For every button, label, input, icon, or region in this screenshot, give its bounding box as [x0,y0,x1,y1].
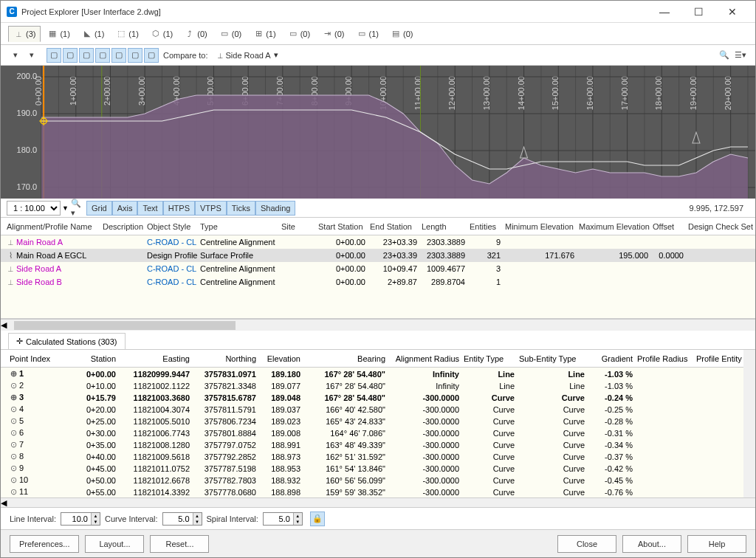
col-header[interactable]: Station [72,354,120,363]
spiral-interval-input[interactable]: ▲▼ [263,512,303,526]
toggle-axis[interactable]: Axis [112,201,138,216]
category-tab-0[interactable]: ⟂(3) [8,26,41,42]
toggle-text[interactable]: Text [137,201,162,216]
station-row[interactable]: ⊙4 0+20.0011821004.3074 3757811.5791189.… [1,403,743,415]
alignment-row[interactable]: ⟂Side Road B C-ROAD - CL Centreline Alig… [1,275,755,289]
dialog-buttons: Preferences... Layout... Reset... Close … [1,529,755,557]
stations-hscroll[interactable]: ◀ [1,497,755,507]
alignment-row[interactable]: ⟂Main Road A C-ROAD - CL Centreline Alig… [1,235,755,249]
col-header[interactable]: Alignment/Profile Name [7,222,103,231]
dropdown-1[interactable]: ▾ [8,48,23,63]
toggle-vtps[interactable]: VTPS [195,201,227,216]
category-tab-9[interactable]: ⇥(0) [317,26,349,42]
line-interval-input[interactable]: ▲▼ [61,512,100,526]
toggle-ticks[interactable]: Ticks [227,201,255,216]
close-dialog-button[interactable]: Close [557,535,616,553]
profile-toolbar: ▾ ▾ ▢ ▢ ▢ ▢ ▢ ▢ ▢ Compare to: ⟂ Side Roa… [1,45,755,66]
col-header[interactable]: Minimum Elevation [505,222,579,231]
station-row[interactable]: ⊕1 0+00.0011820999.9447 3757831.0971189.… [1,368,743,379]
col-header[interactable]: Maximum Elevation [579,222,653,231]
view-toggle-7[interactable]: ▢ [144,48,159,63]
station-row[interactable]: ⊕3 0+15.7911821003.3680 3757815.6787189.… [1,391,743,403]
col-header[interactable]: Start Station [318,222,370,231]
station-row[interactable]: ⊙11 0+55.0011821014.3392 3757778.0680188… [1,486,743,497]
col-header[interactable]: Sub-Entity Type [519,354,589,363]
col-header[interactable]: Object Style [147,222,200,231]
category-tab-6[interactable]: ▭(0) [214,26,247,42]
col-header[interactable]: Alignment Radius [390,354,464,363]
view-toggle-4[interactable]: ▢ [95,48,110,63]
menu-icon[interactable]: ☰▾ [733,48,748,63]
col-header[interactable]: Gradient [589,354,637,363]
compare-dropdown[interactable]: ⟂ Side Road A ▾ [213,48,284,62]
window-title: Project Explorer [User Interface 2.dwg] [21,7,647,16]
toggle-shading[interactable]: Shading [255,201,295,216]
category-tab-2[interactable]: ◣(1) [77,26,109,42]
minimize-button[interactable]: — [647,1,681,23]
category-tab-1[interactable]: ▦(1) [42,26,75,42]
alignment-hscroll[interactable]: ◀ [1,319,755,331]
col-header[interactable]: Site [281,222,318,231]
col-header[interactable]: Description [103,222,147,231]
category-tab-3[interactable]: ⬚(1) [111,26,143,42]
graph-options-bar: 1 : 10.00 ▼ 🔍▾ GridAxisTextHTPSVTPSTicks… [1,199,755,218]
col-header[interactable]: Entity Type [464,354,519,363]
col-header[interactable]: Profile Entity [696,354,743,363]
col-header[interactable]: Elevation [261,354,305,363]
view-toggle-6[interactable]: ▢ [128,48,142,63]
view-toggle-5[interactable]: ▢ [111,48,126,63]
station-row[interactable]: ⊙9 0+45.0011821011.0752 3757787.5198188.… [1,462,743,474]
dropdown-2[interactable]: ▾ [24,48,39,63]
curve-interval-input[interactable]: ▲▼ [162,512,202,526]
svg-text:19+00.00: 19+00.00 [689,76,698,110]
layout-button[interactable]: Layout... [85,535,144,553]
col-header[interactable]: Northing [194,354,261,363]
close-button[interactable]: ✕ [715,1,749,23]
col-header[interactable]: Type [200,222,281,231]
help-button[interactable]: Help [687,535,746,553]
category-tab-10[interactable]: ▭(1) [351,26,384,42]
lock-intervals-button[interactable]: 🔒 [310,512,325,526]
view-toggle-2[interactable]: ▢ [63,48,78,63]
col-header[interactable]: End Station [370,222,422,231]
profile-view[interactable]: 0+00.001+00.002+00.003+00.004+00.005+00.… [1,66,755,199]
tab-icon: ⤴ [185,29,195,39]
station-row[interactable]: ⊙6 0+30.0011821006.7743 3757801.8884189.… [1,427,743,438]
station-row[interactable]: ⊙8 0+40.0011821009.5618 3757792.2852188.… [1,450,743,462]
zoom-icon[interactable]: 🔍▾ [70,201,85,216]
category-tab-4[interactable]: ⬡(1) [145,26,178,42]
station-row[interactable]: ⊙5 0+25.0011821005.5010 3757806.7234189.… [1,415,743,427]
station-row[interactable]: ⊙10 0+50.0011821012.6678 3757782.7803188… [1,474,743,486]
svg-text:18+00.00: 18+00.00 [654,76,663,110]
col-header[interactable]: Entities [470,222,505,231]
toggle-htps[interactable]: HTPS [163,201,195,216]
scale-select[interactable]: 1 : 10.00 [7,201,61,216]
station-row[interactable]: ⊙7 0+35.0011821008.1280 3757797.0752188.… [1,438,743,450]
col-header[interactable]: Design Check Set [688,222,756,231]
view-toggle-3[interactable]: ▢ [79,48,94,63]
reset-button[interactable]: Reset... [150,535,209,553]
col-header[interactable]: Offset [653,222,688,231]
col-header[interactable]: Bearing [305,354,390,363]
col-header[interactable]: Length [422,222,470,231]
about-button[interactable]: About... [622,535,681,553]
search-icon[interactable]: 🔍 [717,48,732,63]
preferences-button[interactable]: Preferences... [10,535,79,553]
alignment-row[interactable]: ⟂Side Road A C-ROAD - CL Centreline Alig… [1,262,755,275]
category-tabs: ⟂(3)▦(1)◣(1)⬚(1)⬡(1)⤴(0)▭(0)⊞(1)▭(0)⇥(0)… [1,23,755,45]
col-header[interactable]: Point Index [10,354,72,363]
view-toggle-1[interactable]: ▢ [47,48,61,63]
toggle-grid[interactable]: Grid [86,201,112,216]
category-tab-7[interactable]: ⊞(1) [248,26,281,42]
station-row[interactable]: ⊙2 0+10.0011821002.1122 3757821.3348189.… [1,379,743,391]
maximize-button[interactable]: ☐ [681,1,715,23]
category-tab-11[interactable]: ▤(0) [385,26,418,42]
alignment-icon: ⟂ [218,51,223,60]
col-header[interactable]: Easting [120,354,194,363]
category-tab-8[interactable]: ▭(0) [283,26,315,42]
calculated-stations-tab[interactable]: ✛ Calculated Stations (303) [8,333,126,349]
stations-vscroll[interactable] [743,350,755,497]
category-tab-5[interactable]: ⤴(0) [179,26,212,42]
alignment-row[interactable]: ⌇Main Road A EGCL Design Profile Surface… [1,249,755,262]
col-header[interactable]: Profile Radius [637,354,696,363]
